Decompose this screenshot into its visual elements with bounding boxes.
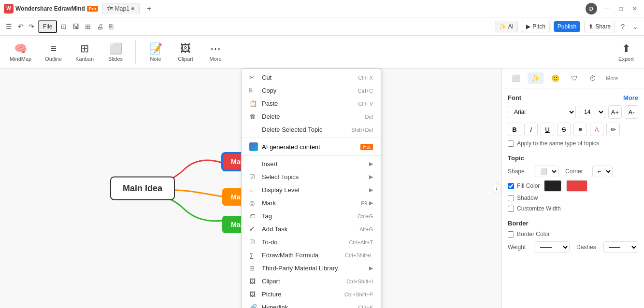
apply-same-type-checkbox[interactable] [508,140,514,147]
ctx-cut[interactable]: ✂ Cut Ctrl+X [242,71,381,84]
tool-kanban[interactable]: ⊞ Kanban [72,41,98,64]
highlight-button[interactable]: ✏ [606,123,620,136]
tool-more[interactable]: ⋯ More [203,41,228,64]
border-color-checkbox[interactable] [508,231,514,238]
redo-button[interactable]: ↷ [27,21,36,32]
menu-bar: ☰ ↶ ↷ File ⊡ 🖫 ⊞ 🖨 ⎘ ✨ AI ▶ Pitch Publis… [0,17,644,36]
corner-label: Corner [565,168,589,175]
panel-tab-clock[interactable]: ⏱ [586,72,600,84]
ctx-hyperlink[interactable]: 🔗 Hyperlink Ctrl+K [242,301,381,308]
panel-tab-emoji[interactable]: 🙂 [547,72,563,84]
minimize-button[interactable]: — [601,3,613,14]
ctx-third-party[interactable]: ⊞ Third-Party Material Library ▶ [242,262,381,275]
strikethrough-button[interactable]: S [557,123,571,136]
ctx-select-topics[interactable]: ☑ Select Topics ▶ [242,170,381,183]
corner-select[interactable]: ⌐ [592,166,613,177]
weight-select[interactable]: —— [535,241,570,253]
ctx-display-level[interactable]: ≡ Display Level ▶ [242,183,381,196]
logo-icon: W [4,4,14,14]
tool-note[interactable]: 📝 Note [143,41,168,64]
ctx-picture-shortcut: Ctrl+Shift+P [344,292,373,297]
font-size-select[interactable]: 14 [579,106,605,118]
font-color-button[interactable]: A [590,123,603,136]
customize-width-checkbox[interactable] [508,206,514,212]
font-increase-button[interactable]: A+ [608,105,622,119]
icon-btn-3[interactable]: ⊞ [83,21,93,32]
sidebar-toggle[interactable]: ☰ [4,21,14,32]
map-tab[interactable]: 🗺 Map1 [102,3,140,14]
ctx-clipart[interactable]: 🖼 Clipart Ctrl+Shift+I [242,275,381,288]
ctx-hot-badge: Hot [360,144,373,150]
ctx-add-task[interactable]: ✔ Add Task Alt+G [242,223,381,236]
font-decrease-button[interactable]: A- [625,105,638,119]
ctx-divider-1 [242,138,381,138]
clipart-label: Clipart [178,56,193,62]
tool-slides[interactable]: ⬜ Slides [103,41,128,64]
topic-section-title: Topic [508,154,638,162]
title-bar-right: D — □ ✕ [586,3,640,14]
icon-btn-5[interactable]: ⎘ [107,21,115,32]
panel-tab-shape[interactable]: ⬜ [508,72,524,84]
icon-btn-4[interactable]: 🖨 [95,21,105,32]
icon-btn-1[interactable]: ⊡ [59,21,69,32]
tool-mindmap[interactable]: 🧠 MindMap [6,41,35,64]
menu-file[interactable]: File [38,20,57,33]
bold-button[interactable]: B [508,123,521,136]
undo-button[interactable]: ↶ [16,21,26,32]
pitch-button[interactable]: ▶ Pitch [522,21,550,32]
panel-tab-more[interactable]: More [606,75,618,81]
ctx-delete-selected[interactable]: Delete Selected Topic Shift+Del [242,123,381,136]
add-task-icon: ✔ [249,225,258,233]
tool-clipart[interactable]: 🖼 Clipart [173,41,198,64]
shape-select[interactable]: ⬜ [535,166,558,177]
tool-export[interactable]: ⬆ Export [614,41,638,64]
main-node[interactable]: Main Idea [110,177,175,200]
cut-icon: ✂ [249,74,258,81]
picture-icon: 🖼 [249,291,258,298]
ctx-delete[interactable]: 🗑 Delete Del [242,110,381,123]
underline-button[interactable]: U [541,123,554,136]
panel-tab-style[interactable]: ✨ [528,72,544,84]
ctx-tag[interactable]: 🏷 Tag Ctrl+G [242,210,381,223]
font-more-link[interactable]: More [623,94,638,101]
ctx-edrawmath-shortcut: Ctrl+Shift+L [345,252,373,258]
note-label: Note [150,56,161,62]
dashes-select[interactable]: —— [603,241,638,253]
todo-icon: ☑ [249,238,258,246]
shadow-checkbox[interactable] [508,195,514,201]
hyperlink-icon: 🔗 [249,304,258,308]
share-button[interactable]: ⬆ Share [584,21,615,32]
avatar[interactable]: D [586,3,597,14]
icon-btn-2[interactable]: 🖫 [71,21,81,32]
close-button[interactable]: ✕ [630,3,640,14]
panel-collapse-button[interactable]: › [492,183,501,193]
ctx-mark-shortcut: F9 [361,200,367,206]
ctx-ai[interactable]: AI generated content Hot [242,140,381,154]
apply-same-type-label: Apply to the same type of topics [517,140,599,147]
ctx-picture[interactable]: 🖼 Picture Ctrl+Shift+P [242,288,381,301]
ctx-copy[interactable]: ⎘ Copy Ctrl+C [242,84,381,97]
font-name-select[interactable]: Arial [508,106,576,118]
italic-button[interactable]: I [524,123,538,136]
ctx-hyperlink-shortcut: Ctrl+K [358,305,373,308]
ctx-insert[interactable]: Insert ▶ [242,157,381,170]
panel-tab-shield[interactable]: 🛡 [567,72,582,84]
ctx-edrawmath[interactable]: ∑ EdrawMath Formula Ctrl+Shift+L [242,249,381,262]
border-color-row: Border Color [508,231,638,238]
add-tab-button[interactable]: + [143,3,155,14]
ai-button[interactable]: ✨ AI [495,21,518,32]
help-button[interactable]: ? [619,21,627,32]
settings-button[interactable]: ⌄ [630,21,640,32]
ctx-paste[interactable]: 📋 Paste Ctrl+V [242,97,381,110]
maximize-button[interactable]: □ [616,3,626,14]
ctx-mark[interactable]: ◎ Mark F9 ▶ [242,196,381,210]
fill-color-swatch-red[interactable] [566,180,587,192]
font-title-label: Font [508,94,521,101]
fill-color-checkbox[interactable] [508,183,514,189]
align-button[interactable]: ≡ [573,123,587,136]
fill-color-swatch-black[interactable] [544,180,561,192]
border-section: Border Border Color Weight —— Dashes —— [508,220,638,253]
publish-button[interactable]: Publish [554,21,580,32]
tool-outline[interactable]: ≡ Outline [41,41,66,64]
ctx-todo[interactable]: ☑ To-do Ctrl+Alt+T [242,236,381,249]
